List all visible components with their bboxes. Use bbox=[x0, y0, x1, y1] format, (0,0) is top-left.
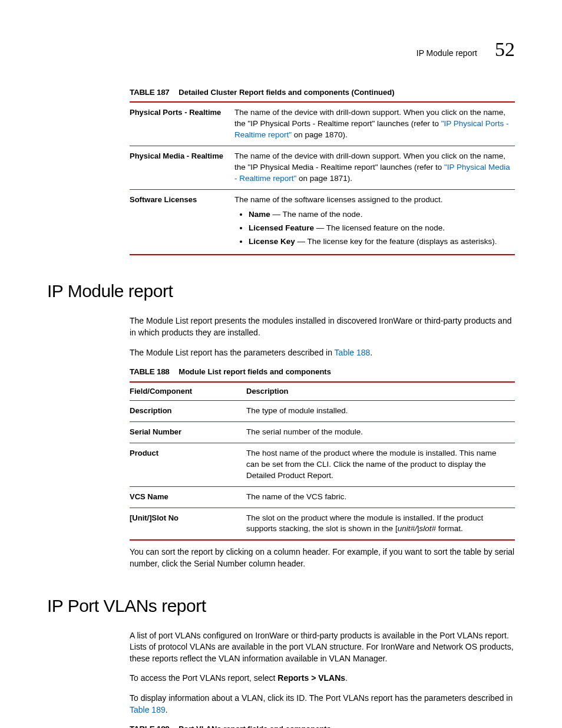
list-item: Licensed Feature — The licensed feature … bbox=[249, 223, 510, 234]
paragraph: To access the Port VLANs report, select … bbox=[130, 673, 515, 684]
field-cell: [Unit/]Slot No bbox=[130, 508, 246, 540]
bullet-list: Name — The name of the node. Licensed Fe… bbox=[234, 209, 510, 248]
table-header-row: Field/Component Description bbox=[130, 382, 515, 401]
paragraph: A list of port VLANs configured on IronW… bbox=[130, 630, 515, 665]
col-header[interactable]: Description bbox=[246, 382, 515, 401]
text: The name of the software licenses assign… bbox=[234, 195, 442, 204]
table189-label: TABLE 189 bbox=[130, 724, 170, 728]
table-row: VCS Name The name of the VCS fabric. bbox=[130, 486, 515, 508]
desc-cell: The name of the device with drill-down s… bbox=[234, 102, 515, 146]
desc-cell: The name of the device with drill-down s… bbox=[234, 146, 515, 190]
desc-cell: The slot on the product where the module… bbox=[246, 508, 515, 540]
page-header-title: IP Module report bbox=[416, 48, 477, 60]
table187-label: TABLE 187 bbox=[130, 88, 170, 97]
page-header: IP Module report 52 bbox=[47, 35, 515, 64]
text: format. bbox=[436, 524, 463, 533]
text: License Key bbox=[249, 237, 295, 246]
table188: Field/Component Description Description … bbox=[130, 381, 515, 541]
desc-cell: The type of module installed. bbox=[246, 401, 515, 422]
text: To display information about a VLAN, cli… bbox=[130, 693, 513, 703]
table188-caption-text: Module List report fields and components bbox=[178, 367, 331, 376]
text: . bbox=[345, 673, 348, 683]
text: — The name of the node. bbox=[270, 210, 363, 219]
link-table189[interactable]: Table 189 bbox=[130, 705, 166, 714]
table188-label: TABLE 188 bbox=[130, 367, 170, 376]
text: slot# bbox=[419, 524, 436, 533]
field-cell: Description bbox=[130, 401, 246, 422]
table188-caption: TABLE 188 Module List report fields and … bbox=[130, 367, 515, 378]
desc-cell: The name of the software licenses assign… bbox=[234, 189, 515, 255]
field-cell: Software Licenses bbox=[130, 189, 234, 255]
desc-cell: The host name of the product where the m… bbox=[246, 443, 515, 487]
text: — The licensed feature on the node. bbox=[314, 223, 445, 232]
text: To access the Port VLANs report, select bbox=[130, 673, 277, 683]
table189-caption: TABLE 189 Port VLANs report fields and c… bbox=[130, 724, 515, 728]
heading-ip-port-vlans: IP Port VLANs report bbox=[47, 594, 515, 618]
table-row: Serial Number The serial number of the m… bbox=[130, 422, 515, 443]
table-row: Software Licenses The name of the softwa… bbox=[130, 189, 515, 255]
field-cell: Physical Media - Realtime bbox=[130, 146, 234, 190]
list-item: Name — The name of the node. bbox=[249, 209, 510, 220]
table-row: Physical Ports - Realtime The name of th… bbox=[130, 102, 515, 146]
text: unit#/ bbox=[398, 524, 417, 533]
table-row: Description The type of module installed… bbox=[130, 401, 515, 422]
table187: Physical Ports - Realtime The name of th… bbox=[130, 101, 515, 255]
field-cell: Product bbox=[130, 443, 246, 487]
text: The Module List report has the parameter… bbox=[130, 348, 335, 357]
table189-caption-text: Port VLANs report fields and components bbox=[178, 724, 331, 728]
field-cell: Serial Number bbox=[130, 422, 246, 443]
paragraph: The Module List report has the parameter… bbox=[130, 347, 515, 359]
text: on page 1870). bbox=[292, 130, 348, 139]
table187-caption: TABLE 187 Detailed Cluster Report fields… bbox=[130, 87, 515, 98]
field-cell: Physical Ports - Realtime bbox=[130, 102, 234, 146]
menu-path: Reports > VLANs bbox=[277, 673, 345, 683]
desc-cell: The serial number of the module. bbox=[246, 422, 515, 443]
heading-ip-module: IP Module report bbox=[47, 279, 515, 304]
paragraph: To display information about a VLAN, cli… bbox=[130, 693, 515, 716]
paragraph: You can sort the report by clicking on a… bbox=[130, 546, 515, 569]
col-header[interactable]: Field/Component bbox=[130, 382, 246, 401]
table187-caption-text: Detailed Cluster Report fields and compo… bbox=[178, 88, 394, 97]
text: Licensed Feature bbox=[249, 223, 314, 232]
table-row: Physical Media - Realtime The name of th… bbox=[130, 146, 515, 190]
table-row: [Unit/]Slot No The slot on the product w… bbox=[130, 508, 515, 540]
chapter-number: 52 bbox=[495, 35, 515, 64]
link-table188[interactable]: Table 188 bbox=[335, 348, 371, 357]
paragraph: The Module List report presents the modu… bbox=[130, 315, 515, 338]
text: on page 1871). bbox=[296, 174, 352, 183]
text: . bbox=[370, 348, 372, 357]
desc-cell: The name of the VCS fabric. bbox=[246, 486, 515, 508]
list-item: License Key — The license key for the fe… bbox=[249, 236, 510, 248]
text: Name bbox=[249, 210, 270, 219]
table-row: Product The host name of the product whe… bbox=[130, 443, 515, 487]
text: . bbox=[166, 705, 168, 714]
text: — The license key for the feature (displ… bbox=[295, 237, 497, 246]
field-cell: VCS Name bbox=[130, 486, 246, 508]
